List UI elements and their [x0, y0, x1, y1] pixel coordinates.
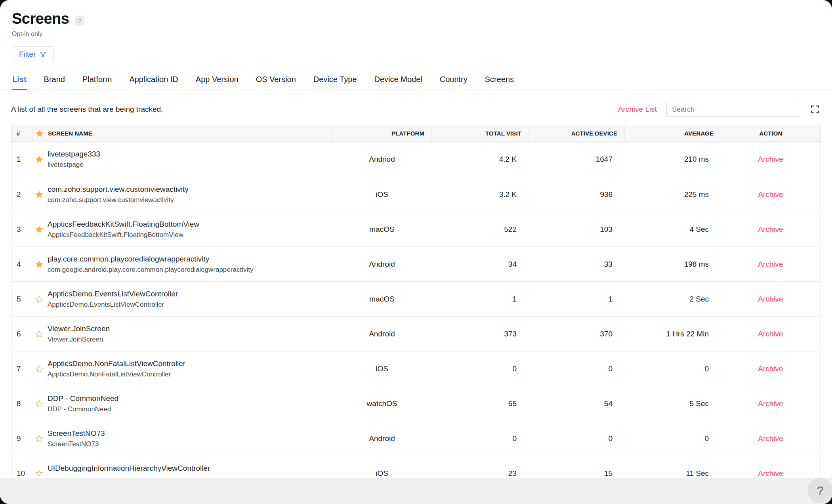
- archive-link[interactable]: Archive: [758, 434, 783, 443]
- average-cell: 4 Sec: [624, 212, 721, 246]
- screen-id: AppticsFeedbackKitSwift.FloatingBottomVi…: [48, 231, 199, 239]
- row-index: 8: [11, 386, 32, 421]
- archive-link[interactable]: Archive: [758, 330, 783, 338]
- tab-brand[interactable]: Brand: [44, 73, 65, 90]
- star-icon[interactable]: [35, 330, 43, 338]
- star-icon[interactable]: [35, 191, 43, 199]
- star-icon[interactable]: [35, 155, 43, 163]
- table-row: 6 Viewer.JoinScreen Viewer.JoinScreen An…: [11, 316, 821, 351]
- platform-cell: iOS: [332, 456, 431, 476]
- active-device-cell: 54: [529, 386, 624, 421]
- screen-id: UIDebuggingInformationHierarchyViewContr…: [48, 475, 210, 476]
- star-icon[interactable]: [35, 400, 43, 408]
- active-device-cell: 0: [529, 351, 624, 386]
- archive-link[interactable]: Archive: [758, 190, 783, 199]
- tab-platform[interactable]: Platform: [82, 73, 112, 90]
- archive-link[interactable]: Archive: [758, 260, 783, 269]
- screen-id: Viewer.JoinScreen: [48, 336, 110, 344]
- screen-name-cell: play.core.common.playcoredialogwrapperac…: [32, 247, 332, 281]
- column-header-label: SCREEN NAME: [48, 130, 92, 137]
- star-icon[interactable]: [35, 295, 43, 303]
- screen-name-cell: DDP - CommonNeed DDP - CommonNeed: [32, 386, 332, 421]
- archive-link[interactable]: Archive: [758, 469, 783, 476]
- tab-app-version[interactable]: App Version: [195, 73, 239, 90]
- screen-name: AppticsDemo.EventsListViewController: [48, 290, 178, 298]
- app-window: Screens ? Opt-in only Filter ListBrandPl…: [0, 0, 832, 504]
- search-input[interactable]: [666, 102, 800, 117]
- table-row: 1 livetestpage333 livetestpage Andriod 4…: [11, 142, 821, 177]
- active-device-cell: 33: [529, 247, 624, 281]
- help-fab-button[interactable]: ?: [807, 478, 832, 503]
- platform-cell: Android: [332, 247, 431, 281]
- tab-list[interactable]: List: [12, 73, 27, 90]
- average-cell: 0: [624, 351, 721, 386]
- screen-name-cell: ScreenTestNO73 ScreenTestNO73: [32, 421, 332, 456]
- row-index: 10: [11, 456, 32, 476]
- screen-name: com.zoho.support.view.customviewactivity: [48, 185, 189, 194]
- list-toolbar: A list of all the screens that are being…: [11, 102, 820, 117]
- platform-cell: Android: [332, 317, 431, 351]
- table-row: 8 DDP - CommonNeed DDP - CommonNeed watc…: [11, 386, 821, 421]
- archive-link[interactable]: Archive: [758, 365, 783, 373]
- expand-icon[interactable]: [810, 104, 820, 115]
- average-cell: 5 Sec: [624, 386, 721, 421]
- tab-application-id[interactable]: Application ID: [129, 73, 178, 90]
- table-row: 3 AppticsFeedbackKitSwift.FloatingBottom…: [11, 212, 821, 246]
- active-device-cell: 15: [529, 456, 624, 476]
- row-index: 3: [11, 212, 32, 246]
- filter-button-label: Filter: [19, 50, 36, 59]
- screens-table: # SCREEN NAME PLATFORM TOTAL VISIT ACTIV…: [11, 125, 821, 476]
- average-cell: 0: [624, 421, 721, 456]
- archive-link[interactable]: Archive: [758, 399, 783, 408]
- total-visit-cell: 1: [431, 282, 529, 316]
- table-body: 1 livetestpage333 livetestpage Andriod 4…: [11, 142, 821, 476]
- screen-name: ScreenTestNO73: [48, 429, 105, 438]
- total-visit-cell: 4.2 K: [431, 142, 529, 177]
- platform-cell: iOS: [332, 351, 431, 386]
- filter-button[interactable]: Filter: [12, 46, 54, 62]
- screen-id: AppticsDemo.EventsListViewController: [48, 301, 178, 309]
- platform-cell: watchOS: [332, 386, 431, 421]
- archive-link[interactable]: Archive: [758, 225, 783, 234]
- tab-os-version[interactable]: OS Version: [256, 73, 296, 90]
- archive-link[interactable]: Archive: [758, 155, 783, 164]
- screen-name-cell: AppticsDemo.NonFatalListViewController A…: [32, 351, 332, 386]
- row-index: 1: [11, 142, 32, 177]
- total-visit-cell: 522: [431, 212, 529, 246]
- archive-list-link[interactable]: Archive List: [618, 105, 657, 114]
- row-index: 5: [11, 282, 32, 316]
- average-cell: 198 ms: [624, 247, 721, 281]
- table-row: 9 ScreenTestNO73 ScreenTestNO73 Android …: [11, 421, 821, 456]
- screen-id: com.zoho.support.view.customviewactivity: [48, 196, 189, 204]
- title-help-icon[interactable]: ?: [74, 15, 85, 26]
- star-icon[interactable]: [36, 130, 44, 137]
- tab-country[interactable]: Country: [439, 73, 468, 90]
- screen-name: AppticsDemo.NonFatalListViewController: [48, 359, 185, 368]
- total-visit-cell: 34: [431, 247, 529, 281]
- column-header-action: ACTION: [721, 125, 821, 141]
- platform-cell: macOS: [332, 212, 431, 246]
- screen-name: UIDebuggingInformationHierarchyViewContr…: [48, 464, 210, 473]
- archive-link[interactable]: Archive: [758, 295, 783, 304]
- table-row: 10 UIDebuggingInformationHierarchyViewCo…: [11, 456, 821, 476]
- tab-device-model[interactable]: Device Model: [374, 73, 423, 90]
- page-title: Screens: [12, 10, 69, 27]
- screen-id: DDP - CommonNeed: [48, 405, 118, 413]
- table-row: 7 AppticsDemo.NonFatalListViewController…: [11, 351, 821, 386]
- active-device-cell: 1647: [529, 142, 624, 177]
- tab-screens[interactable]: Screens: [485, 73, 514, 90]
- screen-id: AppticsDemo.NonFatalListViewController: [48, 370, 185, 378]
- star-icon[interactable]: [35, 470, 43, 476]
- average-cell: 1 Hrs 22 Min: [624, 317, 721, 351]
- star-icon[interactable]: [35, 365, 43, 373]
- tab-device-type[interactable]: Device Type: [313, 73, 357, 90]
- list-description: A list of all the screens that are being…: [11, 105, 163, 114]
- star-icon[interactable]: [35, 260, 43, 268]
- total-visit-cell: 23: [431, 456, 529, 476]
- screen-name: play.core.common.playcoredialogwrapperac…: [48, 255, 253, 263]
- star-icon[interactable]: [35, 435, 43, 443]
- star-icon[interactable]: [35, 225, 43, 233]
- action-cell: Archive: [721, 456, 821, 476]
- active-device-cell: 936: [529, 177, 624, 212]
- screen-name-cell: AppticsFeedbackKitSwift.FloatingBottomVi…: [32, 212, 332, 246]
